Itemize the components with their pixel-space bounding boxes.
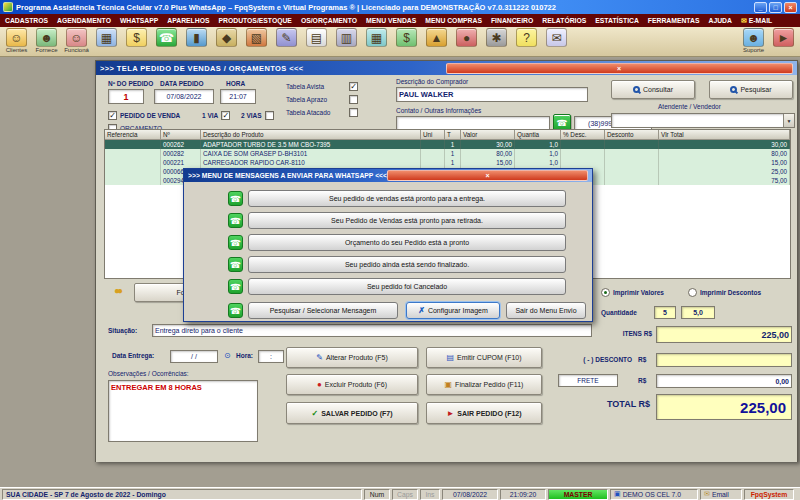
comprador-field[interactable]: PAUL WALKER	[396, 87, 588, 102]
help-icon: ?	[516, 28, 537, 47]
consultar-button[interactable]: Consultar	[611, 80, 695, 99]
situacao-field[interactable]: Entrega direto para o cliente	[152, 324, 592, 337]
pedido-close-icon[interactable]: ×	[446, 63, 794, 74]
toolbar-suporte[interactable]: ☻Suporte	[740, 28, 767, 54]
quantidade-label: Quantidade	[601, 309, 637, 316]
toolbar-sair[interactable]: ►	[770, 28, 797, 47]
toolbar-ordem-servico[interactable]: ✎	[273, 28, 300, 47]
menu-agendamento[interactable]: AGENDAMENTO	[57, 17, 111, 24]
pedido-window-titlebar[interactable]: >>> TELA PEDIDO DE VENDAS / ORÇAMENTOS <…	[96, 61, 797, 75]
toolbar-estatistica[interactable]: ●	[453, 28, 480, 47]
close-button[interactable]: ×	[784, 2, 797, 13]
menu-os-orcamento[interactable]: OS/ORÇAMENTO	[301, 17, 357, 24]
modal-close-icon[interactable]: ×	[387, 170, 588, 181]
emitir-cupom-button[interactable]: ▤Emitir CUPOM (F10)	[426, 347, 542, 368]
menu-email[interactable]: ✉ E-MAIL	[741, 17, 772, 25]
table-row[interactable]: 000221CARREGADOR RAPIDO CAR-8110115,001,…	[105, 158, 790, 167]
whatsapp-icon: ☎	[228, 235, 243, 250]
menu-aparelhos[interactable]: APARELHOS	[167, 17, 209, 24]
toolbar-funcionarios[interactable]: ☺Funcioná	[63, 28, 90, 54]
toolbar-fornecedores[interactable]: ☻Fornece	[33, 28, 60, 54]
toolbar-grafico[interactable]: ▲	[423, 28, 450, 47]
total-field: 225,00	[656, 394, 792, 420]
toolbar-compras[interactable]: ▧	[243, 28, 270, 47]
edit-icon: ✎	[316, 353, 323, 362]
menu-relatorios[interactable]: RELATÓRIOS	[542, 17, 586, 24]
toolbar-imprimir[interactable]: ▥	[333, 28, 360, 47]
duas-vias-checkbox[interactable]: 2 VIAS	[241, 111, 274, 120]
pedido-de-venda-checkbox[interactable]: ✓ PEDIDO DE VENDA	[108, 111, 180, 120]
observacoes-textarea[interactable]: ENTREGAR EM 8 HORAS	[108, 380, 258, 442]
menu-ferramentas[interactable]: FERRAMENTAS	[648, 17, 700, 24]
desconto-field[interactable]	[656, 353, 792, 367]
numero-pedido-field[interactable]: 1	[108, 89, 144, 104]
data-pedido-field[interactable]: 07/08/2022	[154, 89, 214, 104]
menu-produtos-estoque[interactable]: PRODUTOS/ESTOQUE	[219, 17, 292, 24]
toolbar-calculadora[interactable]: ▦	[363, 28, 390, 47]
whatsapp-icon: ☎	[228, 279, 243, 294]
money-icon: $	[126, 28, 147, 47]
msg-pronto-entrega-button[interactable]: Seu pedido de vendas está pronto para a …	[248, 190, 566, 207]
toolbar-dinheiro[interactable]: $	[123, 28, 150, 47]
email-icon: ✉	[546, 28, 567, 47]
status-email[interactable]: ✉ Email	[700, 489, 742, 500]
msg-orcamento-pronto-button[interactable]: Orçamento do seu Pedido está a pronto	[248, 234, 566, 251]
minimize-button[interactable]: _	[754, 2, 767, 13]
maximize-button[interactable]: □	[769, 2, 782, 13]
tabela-avista-checkbox[interactable]: Tabela Avista ✓	[286, 82, 358, 91]
tabela-atacado-checkbox[interactable]: Tabela Atacado	[286, 108, 358, 117]
alterar-produto-button[interactable]: ✎Alterar Produto (F5)	[286, 347, 418, 368]
whatsapp-icon: ☎	[156, 28, 177, 47]
pesquisar-mensagem-button[interactable]: Pesquisar / Selecionar Mensagem	[248, 302, 398, 319]
finalizar-pedido-button[interactable]: ▣Finalizar Pedido (F11)	[426, 374, 542, 395]
sair-menu-envio-button[interactable]: Sair do Menu Envio	[506, 302, 586, 319]
toolbar-celular[interactable]: ▮	[183, 28, 210, 47]
toolbar-financeiro[interactable]: $	[393, 28, 420, 47]
menu-estatistica[interactable]: ESTATÍSTICA	[595, 17, 639, 24]
configurar-imagem-button[interactable]: ✗ Configurar Imagem	[406, 302, 500, 319]
table-row[interactable]: 000262ADAPTADOR TURBO DE 3.5 MM CBO-7395…	[105, 140, 790, 149]
menu-compras[interactable]: MENU COMPRAS	[425, 17, 482, 24]
menu-financeiro[interactable]: FINANCEIRO	[491, 17, 533, 24]
toolbar-whatsapp[interactable]: ☎	[153, 28, 180, 47]
whatsapp-modal: >>> MENU DE MENSAGENS A ENVIAR PARA WHAT…	[183, 168, 593, 322]
menu-cadastros[interactable]: CADASTROS	[5, 17, 48, 24]
toolbar-ferramentas[interactable]: ✱	[483, 28, 510, 47]
salvar-pedido-button[interactable]: ✓SALVAR PEDIDO (F7)	[286, 402, 418, 424]
excluir-produto-button[interactable]: ●Excluir Produto (F6)	[286, 374, 418, 395]
msg-pronto-retirada-button[interactable]: Seu Pedido de Vendas está pronto para re…	[248, 212, 566, 229]
imprimir-valores-radio[interactable]: Imprimir Valores	[601, 288, 664, 297]
stats-icon: ●	[456, 28, 477, 47]
msg-sendo-finalizado-button[interactable]: Seu pedido ainda está sendo finalizado.	[248, 256, 566, 273]
toolbar-ajuda[interactable]: ?	[513, 28, 540, 47]
menu-ajuda[interactable]: AJUDA	[708, 17, 731, 24]
frete-box-label: FRETE	[558, 374, 618, 387]
itens-label: ITENS R$	[596, 330, 652, 337]
toolbar-documento[interactable]: ▤	[303, 28, 330, 47]
toolbar-produtos[interactable]: ◆	[213, 28, 240, 47]
status-date: 07/08/2022	[442, 489, 498, 500]
menu-vendas[interactable]: MENU VENDAS	[366, 17, 416, 24]
toolbar-clientes[interactable]: ☺Clientes	[3, 28, 30, 54]
pesquisar-button[interactable]: Pesquisar	[709, 80, 793, 99]
toolbar-agenda[interactable]: ▦	[93, 28, 120, 47]
tabela-aprazo-checkbox[interactable]: Tabela Aprazo	[286, 95, 358, 104]
frete-field[interactable]: 0,00	[656, 374, 792, 388]
data-entrega-field[interactable]: / /	[170, 350, 218, 363]
table-row[interactable]: 000282CAIXA DE SOM GRASEP D-BH3101180,00…	[105, 149, 790, 158]
sair-pedido-button[interactable]: ►SAIR PEDIDO (F12)	[426, 402, 542, 424]
desconto-label: ( - ) DESCONTO	[544, 356, 632, 363]
atendente-select[interactable]: ▼	[611, 113, 795, 128]
imprimir-descontos-radio[interactable]: Imprimir Descontos	[688, 288, 761, 297]
configure-x-icon: ✗	[418, 306, 425, 315]
radio-unselected-icon	[688, 288, 697, 297]
whatsapp-modal-titlebar[interactable]: >>> MENU DE MENSAGENS A ENVIAR PARA WHAT…	[184, 169, 592, 182]
menu-whatsapp[interactable]: WHATSAPP	[120, 17, 158, 24]
checkbox-unchecked-icon	[265, 111, 274, 120]
uma-via-checkbox[interactable]: 1 VIA ✓	[202, 111, 230, 120]
hora-entrega-field[interactable]: :	[258, 350, 284, 363]
hora-pedido-field[interactable]: 21:07	[220, 89, 256, 104]
support-icon: ☻	[743, 28, 764, 47]
toolbar-email[interactable]: ✉	[543, 28, 570, 47]
msg-cancelado-button[interactable]: Seu pedido foi Cancelado	[248, 278, 566, 295]
